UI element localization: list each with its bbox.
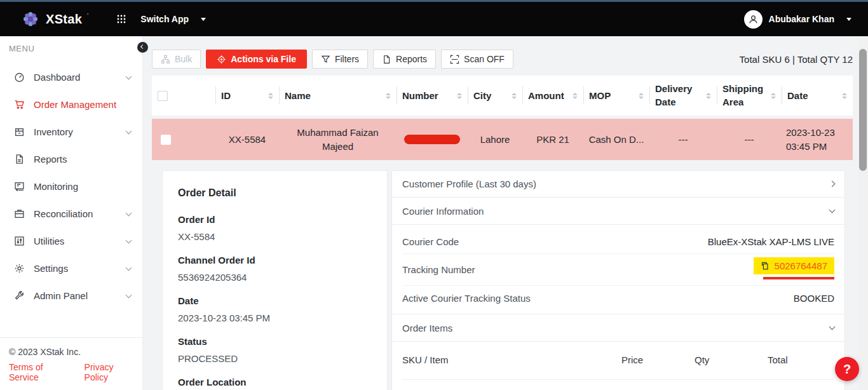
briefcase-icon (14, 208, 25, 219)
scrollbar-thumb[interactable] (859, 49, 867, 171)
field-label: Channel Order Id (178, 255, 372, 266)
order-item-row: 1 Aagosh - L PKR 20 1 PKR 20 (402, 380, 834, 390)
file-icon (382, 55, 391, 64)
courier-code-label: Courier Code (402, 236, 459, 247)
chevron-down-icon (126, 237, 132, 243)
sort-icon[interactable] (573, 93, 578, 99)
chevron-down-icon (126, 264, 132, 271)
sidebar-item-inventory[interactable]: Inventory (0, 118, 142, 145)
toolbar: Bulk Actions via File Filters Reports Sc… (152, 50, 853, 69)
bulk-button[interactable]: Bulk (152, 50, 201, 69)
brand-name: XStak (46, 12, 82, 27)
sidebar: MENU Dashboard Order Management Inventor… (0, 36, 143, 390)
sort-icon[interactable] (512, 93, 517, 99)
column-header-city[interactable]: City (468, 76, 522, 116)
chevron-down-icon (126, 292, 132, 298)
sliders-icon (14, 236, 25, 246)
switch-app-menu[interactable]: Switch App (140, 14, 189, 24)
app-grid-icon[interactable] (116, 14, 126, 24)
totals-summary: Total SKU 6 | Total QTY 12 (740, 54, 853, 65)
gauge-icon (14, 72, 25, 83)
column-header-number[interactable]: Number (397, 76, 468, 116)
customer-profile-accordion[interactable]: Customer Profile (Last 30 days) (391, 170, 845, 198)
row-checkbox[interactable] (161, 135, 171, 145)
chevron-down-icon (126, 128, 132, 134)
select-all-checkbox[interactable] (158, 91, 168, 101)
chevron-left-icon (140, 44, 145, 49)
sort-icon[interactable] (706, 93, 711, 99)
redacted-phone-number (404, 135, 460, 144)
chevron-right-icon (829, 181, 836, 187)
column-header-mop[interactable]: MOP (583, 76, 649, 116)
sidebar-item-dashboard[interactable]: Dashboard (0, 64, 142, 91)
cart-icon (14, 99, 25, 110)
sidebar-item-order-management[interactable]: Order Management (0, 91, 142, 118)
avatar (744, 10, 763, 29)
gear-icon (14, 263, 25, 274)
cell-order-id: XX-5584 (215, 119, 279, 160)
terms-of-service-link[interactable]: Terms of Service (9, 362, 68, 382)
sort-icon[interactable] (268, 93, 273, 99)
orders-table-header: ID Name Number City Amount MOP Delivery … (152, 76, 853, 116)
column-header-date[interactable]: Date (782, 76, 853, 116)
cell-date: 2023-10-23 03:45 PM (782, 119, 853, 160)
chevron-down-icon (126, 73, 132, 79)
sort-icon[interactable] (639, 93, 644, 99)
sidebar-item-reports[interactable]: Reports (0, 145, 142, 173)
privacy-policy-link[interactable]: Privacy Policy (85, 362, 133, 382)
user-name: Abubakar Khan (769, 14, 834, 24)
sidebar-footer: © 2023 XStak Inc. Terms of Service Priva… (0, 337, 142, 390)
filters-button[interactable]: Filters (312, 50, 368, 69)
sort-icon[interactable] (771, 93, 776, 99)
funnel-icon (321, 55, 330, 64)
tracking-number-value[interactable]: 5026764487 (775, 260, 827, 271)
vertical-scrollbar[interactable] (858, 36, 868, 390)
cell-customer-name: Muhammad Faizan Majeed (279, 119, 397, 160)
field-label: Order Id (178, 214, 372, 225)
order-items-accordion[interactable]: Order Items (391, 314, 845, 342)
brand-trademark: ’ (87, 13, 88, 20)
sidebar-item-monitoring[interactable]: Monitoring (0, 173, 142, 200)
help-button[interactable]: ? (835, 357, 859, 381)
sidebar-item-admin-panel[interactable]: Admin Panel (0, 282, 142, 309)
tracking-status-label: Active Courier Tracking Status (402, 293, 531, 304)
reports-button[interactable]: Reports (373, 50, 436, 69)
sidebar-collapse-button[interactable] (137, 42, 148, 53)
sort-icon[interactable] (457, 93, 462, 99)
table-row[interactable]: XX-5584 Muhammad Faizan Majeed Lahore PK… (152, 119, 853, 160)
sidebar-item-settings[interactable]: Settings (0, 255, 142, 282)
column-header-id[interactable]: ID (215, 76, 279, 116)
copy-icon[interactable] (761, 262, 770, 271)
scan-toggle-button[interactable]: Scan OFF (441, 50, 513, 69)
chevron-down-icon (829, 207, 836, 213)
tracking-number-label: Tracking Number (402, 264, 475, 275)
column-header-name[interactable]: Name (279, 76, 397, 116)
cell-shipping-area: --- (717, 119, 782, 160)
copyright-text: © 2023 XStak Inc. (9, 347, 133, 357)
column-header-shipping-area[interactable]: Shipping Area (717, 76, 782, 116)
order-items-body: SKU / Item Price Qty Total 1 Aagosh - L … (391, 342, 845, 390)
cell-mop: Cash On D... (583, 119, 649, 160)
field-label: Date (178, 295, 372, 306)
sidebar-item-utilities[interactable]: Utilities (0, 227, 142, 255)
order-detail-card: Order Detail Order Id XX-5584 Channel Or… (162, 170, 388, 390)
sidebar-item-reconciliation[interactable]: Reconciliation (0, 200, 142, 227)
tracking-number-highlight[interactable]: 5026764487 (754, 257, 834, 274)
field-value: XX-5584 (178, 231, 372, 242)
courier-information-accordion[interactable]: Courier Information (391, 198, 845, 225)
chevron-down-icon (201, 18, 206, 21)
tracking-status-value: BOOKED (794, 293, 834, 304)
header-select-all (152, 76, 180, 116)
courier-information-body: Courier Code BlueEx-XStak XAP-LMS LIVE T… (391, 225, 845, 314)
column-header-amount[interactable]: Amount (522, 76, 583, 116)
column-header-delivery-date[interactable]: Delivery Date (649, 76, 717, 116)
sort-icon[interactable] (842, 93, 847, 99)
user-menu[interactable]: Abubakar Khan (744, 10, 851, 29)
field-value: 2023-10-23 03:45 PM (178, 313, 372, 323)
chevron-down-icon (846, 18, 851, 21)
cell-amount: PKR 21 (522, 119, 583, 160)
field-value: 5536924205364 (178, 272, 372, 283)
cell-number (397, 119, 468, 160)
actions-via-file-button[interactable]: Actions via File (206, 50, 307, 69)
sort-icon[interactable] (386, 93, 391, 99)
